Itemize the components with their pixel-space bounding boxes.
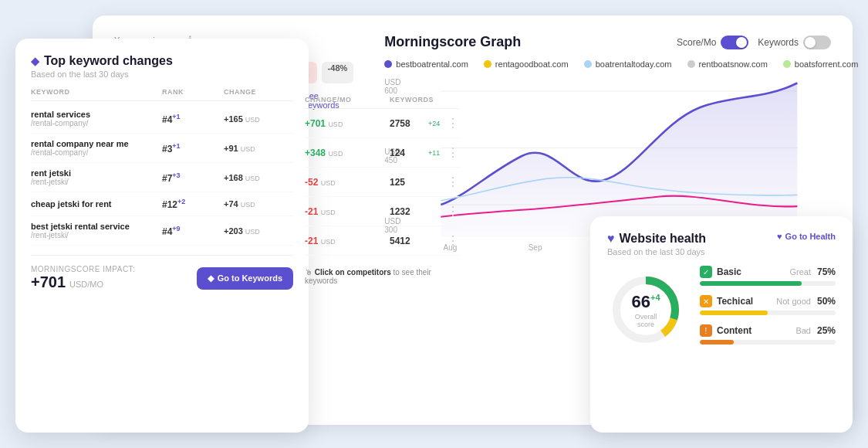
heart-icon-btn: ♥	[777, 232, 782, 241]
list-item: -21 USD 1232 ⋮	[305, 197, 459, 226]
col-change-header: CHANGE/MO	[305, 96, 390, 104]
table-row: rental company near me /rental-company/ …	[31, 134, 293, 163]
impact-label: Morningscore impact:	[31, 265, 135, 273]
legend-item-3: rentboatsnow.com	[687, 59, 768, 69]
competitors-hint: 🖱 Click on competitors to see their keyw…	[305, 262, 459, 285]
score-toggle-switch[interactable]	[721, 36, 748, 49]
health-subtitle: Based on the last 30 days	[607, 247, 706, 256]
list-item: -21 USD 5412 ⋮	[305, 226, 459, 256]
basic-bar	[700, 281, 836, 286]
table-row: rent jetski /rent-jetski/ #7+3 +168 USD	[31, 163, 293, 192]
heart-icon: ♥	[607, 232, 615, 246]
mid-table-overlay: CHANGE/MO KEYWORDS +701 USD 2758+24 ⋮ +3…	[305, 96, 459, 285]
website-health-card: ♥ Website health Based on the last 30 da…	[590, 216, 853, 433]
list-item: -52 USD 125 ⋮	[305, 168, 459, 197]
toggle-keywords[interactable]: Keywords	[758, 36, 831, 49]
legend-item-1: rentagoodboat.com	[484, 59, 569, 69]
content-icon: !	[700, 324, 712, 337]
health-header: ♥ Website health Based on the last 30 da…	[607, 232, 836, 256]
keyword-table: KEYWORD RANK CHANGE rental services /ren…	[31, 88, 293, 246]
diamond-icon-btn: ◆	[208, 273, 214, 283]
row-menu-icon[interactable]: ⋮	[447, 204, 459, 219]
go-keywords-button[interactable]: ◆ Go to Keywords	[197, 267, 293, 290]
content-bar	[700, 340, 836, 344]
impact-value: +701	[31, 273, 66, 291]
diamond-icon: ◆	[31, 55, 39, 67]
go-health-button[interactable]: ♥ Go to Health	[777, 232, 836, 241]
keyword-changes-footer: Morningscore impact: +701 USD/MO ◆ Go to…	[31, 255, 293, 291]
table-row: best jetski rental service /rent-jetski/…	[31, 216, 293, 246]
table-row: cheap jetski for rent #12+2 +74 USD	[31, 192, 293, 216]
donut-center: 66+4 Overall score	[627, 292, 665, 328]
legend-item-2: boatrentaltoday.com	[584, 59, 672, 69]
table-row: rental services /rental-company/ #4+1 +1…	[31, 104, 293, 134]
list-item: +348 USD 124+11 ⋮	[305, 138, 459, 168]
health-metrics: ✓ Basic Great 75% ✕ Techical	[700, 266, 836, 354]
row-menu-icon[interactable]: ⋮	[447, 116, 459, 131]
basic-icon: ✓	[700, 266, 712, 278]
legend-item-0: bestboatrental.com	[384, 59, 468, 69]
donut-chart: 66+4 Overall score	[607, 271, 684, 348]
techical-bar	[700, 311, 836, 315]
keywords-toggle-switch[interactable]	[803, 36, 831, 49]
toggle-keywords-label: Keywords	[758, 37, 799, 48]
keyword-changes-card: ◆ Top keyword changes Based on the last …	[15, 39, 309, 433]
graph-title: Morningscore Graph	[384, 34, 521, 50]
keyword-table-header: KEYWORD RANK CHANGE	[31, 88, 293, 101]
techical-icon: ✕	[700, 295, 712, 307]
legend-item-4: boatsforrent.com	[783, 59, 859, 69]
metric-basic: ✓ Basic Great 75%	[700, 266, 836, 286]
toggle-score[interactable]: Score/Mo	[677, 36, 748, 49]
impact-unit: USD/MO	[69, 280, 103, 289]
metric-content: ! Content Bad 25%	[700, 324, 836, 344]
row-menu-icon[interactable]: ⋮	[447, 233, 459, 248]
health-title: ♥ Website health	[607, 232, 706, 246]
pct-badge: -48%	[322, 62, 354, 83]
metric-techical: ✕ Techical Not good 50%	[700, 295, 836, 315]
row-menu-icon[interactable]: ⋮	[447, 145, 459, 160]
col-keywords-header: KEYWORDS	[390, 96, 451, 104]
toggle-score-label: Score/Mo	[677, 37, 716, 48]
list-item: +701 USD 2758+24 ⋮	[305, 109, 459, 138]
graph-legend: bestboatrental.com rentagoodboat.com boa…	[384, 59, 831, 69]
health-body: 66+4 Overall score ✓ Basic Great 75%	[607, 266, 836, 354]
keyword-changes-title: ◆ Top keyword changes	[31, 54, 293, 68]
chart-svg	[407, 75, 831, 237]
row-menu-icon[interactable]: ⋮	[447, 175, 459, 189]
keyword-changes-subtitle: Based on the last 30 days	[31, 70, 293, 79]
